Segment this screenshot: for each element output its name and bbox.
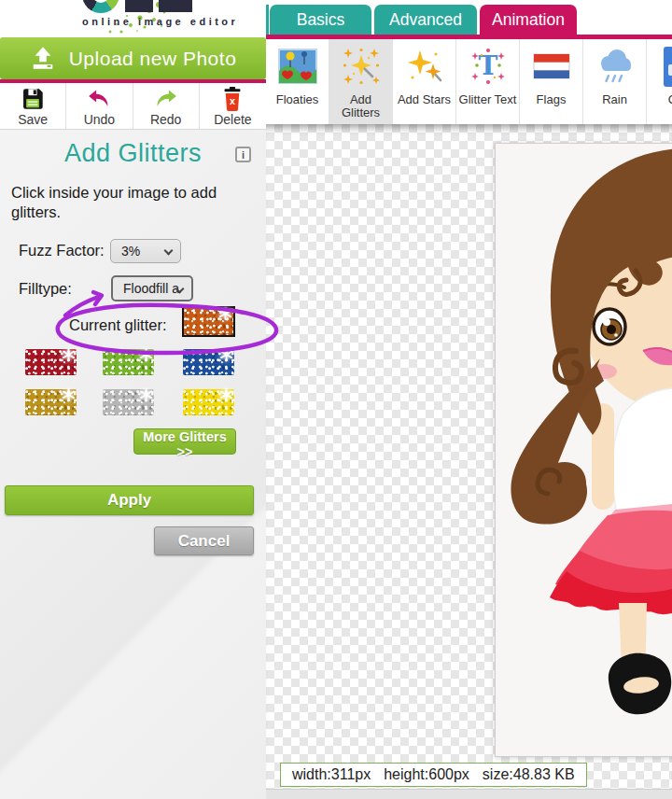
tool-label: Glitter Text bbox=[459, 93, 517, 111]
add-stars-icon bbox=[405, 39, 444, 93]
current-glitter-swatch bbox=[182, 306, 235, 337]
tab-animation[interactable]: Animation bbox=[480, 5, 577, 35]
glitter-swatch-silver[interactable] bbox=[103, 389, 154, 415]
status-height: height:600px bbox=[384, 766, 469, 783]
tab-bar: Basics Advanced Animation bbox=[266, 0, 672, 39]
filltype-select[interactable]: Floodfill a bbox=[111, 275, 193, 301]
bottom-strip bbox=[266, 789, 672, 799]
delete-button[interactable]: x Delete bbox=[200, 83, 266, 129]
tool-rain[interactable]: Rain bbox=[583, 39, 647, 124]
flags-icon bbox=[532, 39, 571, 93]
app-logo[interactable]: online image editor bbox=[0, 0, 266, 37]
redo-icon bbox=[154, 87, 178, 111]
glitter-swatch-gold[interactable] bbox=[25, 389, 77, 415]
filltype-label: Filltype: bbox=[19, 280, 72, 298]
tab-basics[interactable]: Basics bbox=[270, 5, 371, 35]
floaties-icon bbox=[278, 39, 317, 93]
svg-text:x: x bbox=[230, 95, 235, 106]
tab-label: Basics bbox=[297, 10, 345, 30]
tab-label: Animation bbox=[492, 10, 565, 30]
logo-letters bbox=[82, 0, 192, 13]
fuzz-factor-label: Fuzz Factor: bbox=[19, 242, 105, 259]
upload-icon bbox=[30, 46, 56, 71]
tab-clipped[interactable] bbox=[266, 5, 269, 35]
editor-main: Basics Advanced Animation Floaties bbox=[266, 0, 672, 799]
tab-label: Advanced bbox=[389, 10, 462, 30]
fuzz-factor-select[interactable]: 3% bbox=[110, 239, 181, 263]
tool-add-stars[interactable]: Add Stars bbox=[393, 39, 456, 124]
add-glitters-icon bbox=[342, 39, 381, 93]
tool-label: Flags bbox=[537, 93, 567, 111]
tool-ribbon: Floaties Add Glitter bbox=[266, 39, 672, 124]
tool-add-glitters[interactable]: Add Glitters bbox=[329, 39, 393, 124]
glitter-text-icon: T bbox=[469, 39, 508, 93]
edit-toolbar: Save Undo Redo x bbox=[0, 83, 266, 130]
more-glitters-button[interactable]: More Glitters >> bbox=[133, 428, 236, 455]
undo-icon bbox=[87, 87, 111, 111]
delete-icon: x bbox=[220, 87, 245, 111]
tool-flags[interactable]: Flags bbox=[520, 39, 583, 124]
tool-gif[interactable]: GIF bbox=[647, 39, 672, 124]
save-button[interactable]: Save bbox=[0, 83, 66, 129]
panel-title: Add Glitters bbox=[0, 139, 266, 168]
logo-tagline: online image editor bbox=[82, 16, 238, 27]
girl-clipart-image bbox=[496, 144, 672, 756]
glitter-swatch-blue[interactable] bbox=[183, 349, 234, 375]
save-label: Save bbox=[18, 112, 48, 127]
redo-button[interactable]: Redo bbox=[133, 83, 200, 129]
panel-instructions: Click inside your image to add glitters. bbox=[11, 183, 246, 221]
glitter-swatch-green[interactable] bbox=[103, 349, 154, 375]
glitter-swatch-red[interactable] bbox=[25, 349, 77, 375]
undo-label: Undo bbox=[84, 112, 115, 127]
tool-glitter-text[interactable]: T Glitter Text bbox=[456, 39, 520, 124]
editor-canvas[interactable]: width:311px height:600px size:48.83 KB bbox=[266, 124, 672, 789]
current-glitter-label: Current glitter: bbox=[69, 316, 167, 334]
save-icon bbox=[21, 87, 45, 111]
undo-button[interactable]: Undo bbox=[66, 83, 133, 129]
filltype-value: Floodfill a bbox=[123, 281, 179, 296]
left-panel: online image editor Upload new Photo bbox=[0, 0, 266, 799]
online-image-editor-app: online image editor Upload new Photo bbox=[0, 0, 672, 799]
info-icon[interactable]: i bbox=[235, 147, 251, 162]
status-bar: width:311px height:600px size:48.83 KB bbox=[280, 763, 587, 787]
tool-label: Floaties bbox=[276, 93, 319, 111]
tool-label: Add Glitters bbox=[329, 93, 392, 124]
apply-button[interactable]: Apply bbox=[5, 485, 254, 515]
upload-new-photo-button[interactable]: Upload new Photo bbox=[0, 37, 266, 79]
status-width: width:311px bbox=[292, 766, 371, 783]
tool-label: GIF bbox=[668, 93, 672, 111]
fuzz-factor-value: 3% bbox=[121, 244, 140, 259]
image-canvas[interactable] bbox=[495, 143, 672, 757]
upload-label: Upload new Photo bbox=[69, 48, 237, 70]
cancel-button[interactable]: Cancel bbox=[154, 526, 254, 555]
status-size: size:48.83 KB bbox=[483, 766, 575, 783]
chevron-down-icon bbox=[164, 246, 174, 256]
redo-label: Redo bbox=[150, 112, 181, 127]
tool-label: Rain bbox=[602, 93, 627, 111]
tab-advanced[interactable]: Advanced bbox=[374, 5, 477, 35]
delete-label: Delete bbox=[214, 112, 251, 127]
glitter-swatch-yellow[interactable] bbox=[183, 389, 234, 415]
gif-icon bbox=[660, 39, 672, 93]
tool-floaties[interactable]: Floaties bbox=[266, 39, 329, 124]
tool-label: Add Stars bbox=[398, 93, 451, 111]
rain-icon bbox=[595, 39, 636, 93]
